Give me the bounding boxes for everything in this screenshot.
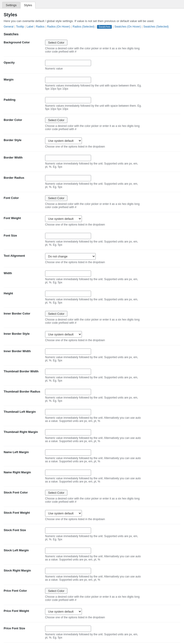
field-help-23: Choose a desired color with the color pi…	[45, 497, 142, 503]
breadcrumb-general[interactable]: General	[4, 25, 14, 29]
text-input-18[interactable]	[45, 389, 91, 395]
select-9[interactable]: Use system default	[45, 216, 82, 222]
breadcrumb-sep-0: |	[15, 25, 15, 29]
form-row: Border ColorSelect ColorChoose a desired…	[4, 117, 180, 134]
tab-styles[interactable]: Styles	[21, 2, 35, 8]
field-help-10: Numeric value immediately followed by th…	[45, 240, 142, 246]
select-24[interactable]: Use system default	[45, 510, 82, 517]
color-picker-button-28[interactable]: Select Color	[45, 588, 67, 594]
field-label-9: Font Weight	[4, 216, 45, 220]
field-help-25: Numeric value immediately followed by th…	[45, 534, 142, 541]
field-help-19: Numeric value immediately followed by th…	[45, 416, 142, 422]
color-picker-button-23[interactable]: Select Color	[45, 490, 67, 496]
field-control-25: Numeric value immediately followed by th…	[45, 528, 180, 541]
breadcrumb-tooltip[interactable]: Tooltip	[16, 25, 24, 29]
color-picker-button-8[interactable]: Select Color	[45, 195, 67, 201]
field-control-12: Numeric value immediately followed by th…	[45, 270, 180, 284]
field-label-3: Padding	[4, 97, 45, 102]
text-input-26[interactable]	[45, 548, 91, 554]
page-title: Styles	[4, 12, 180, 18]
color-picker-button-0[interactable]: Select Color	[45, 40, 67, 46]
field-help-2: Numeric values immediately followed by t…	[45, 84, 142, 90]
text-input-17[interactable]	[45, 369, 91, 375]
field-control-24: Use system defaultChoose one of the opti…	[45, 510, 180, 521]
field-control-27: Numeric value immediately followed by th…	[45, 568, 180, 581]
field-help-24: Choose one of the options listed in the …	[45, 518, 142, 521]
tab-settings[interactable]: Settings	[2, 2, 20, 8]
field-control-4: Select ColorChoose a desired color with …	[45, 117, 180, 131]
text-input-25[interactable]	[45, 528, 91, 534]
select-11[interactable]: Do not change	[45, 253, 96, 260]
text-input-7[interactable]	[45, 175, 91, 181]
text-input-21[interactable]	[45, 450, 91, 456]
form-row: Border WidthNumeric value immediately fo…	[4, 155, 180, 172]
tabs-bar: Settings Styles	[0, 0, 184, 8]
form-row: Stock Font ColorSelect ColorChoose a des…	[4, 490, 180, 507]
text-input-30[interactable]	[45, 626, 91, 632]
field-control-30: Numeric value immediately followed by th…	[45, 626, 180, 639]
field-label-25: Stock Font Size	[4, 528, 45, 532]
select-15[interactable]: Use system default	[45, 331, 82, 338]
form-row: Background ColorSelect ColorChoose a des…	[4, 40, 180, 57]
field-label-30: Price Font Size	[4, 626, 45, 630]
field-label-8: Font Color	[4, 195, 45, 200]
field-control-8: Select ColorChoose a desired color with …	[45, 195, 180, 209]
field-label-2: Margin	[4, 77, 45, 81]
field-label-5: Border Style	[4, 138, 45, 142]
field-label-18: Thumbnail Border Radius	[4, 389, 45, 393]
field-label-14: Inner Border Color	[4, 311, 45, 315]
breadcrumb-radios-hover[interactable]: Radios (On Hover)	[47, 25, 70, 29]
field-help-27: Numeric value immediately followed by th…	[45, 575, 142, 581]
field-label-29: Price Font Weight	[4, 608, 45, 612]
text-input-10[interactable]	[45, 233, 91, 239]
text-input-20[interactable]	[45, 429, 91, 436]
breadcrumb-sep-1: |	[25, 25, 26, 29]
field-help-15: Choose one of the options listed in the …	[45, 339, 142, 342]
field-help-6: Numeric value immediately followed by th…	[45, 162, 142, 168]
breadcrumb-swatches-selected[interactable]: Swatches (Selected)	[143, 25, 169, 29]
form-row: OpacityNumeric value	[4, 60, 180, 74]
text-input-27[interactable]	[45, 568, 91, 574]
breadcrumb-sep-2: |	[34, 25, 35, 29]
form-row: Inner Border ColorSelect ColorChoose a d…	[4, 311, 180, 328]
text-input-16[interactable]	[45, 348, 91, 355]
field-label-26: Stock Left Margin	[4, 548, 45, 552]
form-row: Thumbnail Border RadiusNumeric value imm…	[4, 389, 180, 406]
field-label-19: Thumbnail Left Margin	[4, 409, 45, 414]
field-label-10: Font Size	[4, 233, 45, 237]
breadcrumb-label[interactable]: Label	[27, 25, 33, 29]
form-row: Inner Border StyleUse system defaultChoo…	[4, 331, 180, 345]
text-input-3[interactable]	[45, 97, 91, 103]
text-input-2[interactable]	[45, 77, 91, 83]
text-input-6[interactable]	[45, 155, 91, 161]
text-input-22[interactable]	[45, 470, 91, 476]
color-picker-button-14[interactable]: Select Color	[45, 311, 67, 316]
text-input-1[interactable]	[45, 60, 91, 66]
field-control-16: Numeric value immediately followed by th…	[45, 348, 180, 362]
form-row: Stock Left MarginNumeric value immediate…	[4, 548, 180, 564]
text-input-19[interactable]	[45, 409, 91, 415]
breadcrumb-sep-7: |	[142, 25, 142, 29]
field-help-5: Choose one of the options listed in the …	[45, 145, 142, 148]
breadcrumb-swatches-hover[interactable]: Swatches (On Hover)	[114, 25, 141, 29]
breadcrumb-sep-4: |	[71, 25, 72, 29]
field-label-0: Background Color	[4, 40, 45, 44]
form-row: Name Left MarginNumeric value immediatel…	[4, 450, 180, 466]
field-label-4: Border Color	[4, 117, 45, 122]
field-control-2: Numeric values immediately followed by t…	[45, 77, 180, 90]
breadcrumb-radios[interactable]: Radios	[36, 25, 44, 29]
select-5[interactable]: Use system default	[45, 138, 82, 144]
form-row: Border RadiusNumeric value immediately f…	[4, 175, 180, 192]
breadcrumb-radios-selected[interactable]: Radios (Selected)	[73, 25, 95, 29]
select-29[interactable]: Use system default	[45, 608, 82, 615]
color-picker-button-4[interactable]: Select Color	[45, 117, 67, 123]
text-input-12[interactable]	[45, 270, 91, 277]
text-input-13[interactable]	[45, 291, 91, 297]
form-row: WidthNumeric value immediately followed …	[4, 270, 180, 288]
field-label-27: Stock Right Margin	[4, 568, 45, 572]
field-label-15: Inner Border Style	[4, 331, 45, 336]
field-control-0: Select ColorChoose a desired color with …	[45, 40, 180, 53]
field-help-26: Numeric value immediately followed by th…	[45, 555, 142, 561]
field-label-28: Price Font Color	[4, 588, 45, 592]
form-row: Price Font ColorSelect ColorChoose a des…	[4, 588, 180, 605]
